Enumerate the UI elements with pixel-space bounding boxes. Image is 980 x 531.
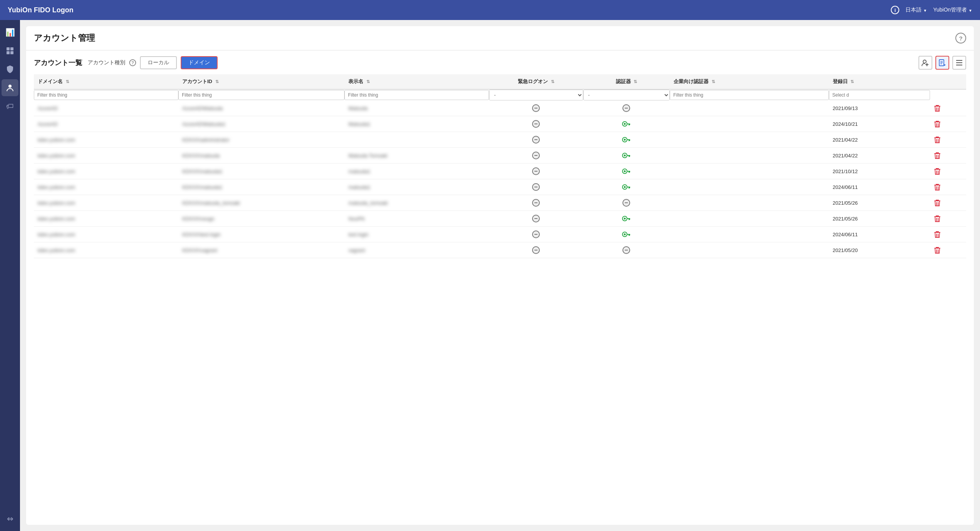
table-container: アカウント一覧 アカウント種別 ? ローカル ドメイン <box>26 50 974 525</box>
cell-enterprise-auth <box>670 179 829 195</box>
cell-reg-date: 2024/06/11 <box>829 227 930 242</box>
filter-input-account[interactable] <box>178 90 344 100</box>
cell-authenticator <box>583 179 670 195</box>
cell-domain: AzureAD <box>34 100 178 116</box>
cell-domain: AzureAD <box>34 116 178 132</box>
table-row: kdex.yubion.comKDXXX\matsuda1matsuda1 20… <box>34 164 966 179</box>
sort-icon-date[interactable]: ⇅ <box>850 79 854 84</box>
filter-select-auth[interactable]: - 有効 無効 <box>583 90 670 100</box>
delete-button[interactable] <box>934 199 941 207</box>
svg-point-29 <box>624 139 626 141</box>
filter-input-domain[interactable] <box>34 90 178 100</box>
toolbar-right <box>918 56 966 70</box>
cell-account-id: KDXXX\matsuda <box>178 148 344 164</box>
cell-enterprise-auth <box>670 116 829 132</box>
tab-local[interactable]: ローカル <box>140 56 177 69</box>
sidebar-item-chart[interactable]: 📊 <box>2 24 18 41</box>
cell-emergency <box>489 164 583 179</box>
filter-input-date[interactable] <box>829 90 930 100</box>
cell-emergency <box>489 100 583 116</box>
info-icon[interactable]: i <box>891 6 899 14</box>
language-selector[interactable]: 日本語 <box>905 7 927 13</box>
cell-authenticator <box>583 100 670 116</box>
emergency-status-icon <box>493 120 579 128</box>
cell-emergency <box>489 227 583 242</box>
delete-button[interactable] <box>934 167 941 175</box>
filter-cell-action <box>930 89 966 100</box>
sidebar-item-shield[interactable] <box>2 61 18 78</box>
delete-button[interactable] <box>934 215 941 222</box>
cell-account-id: KDXXX\nougn <box>178 211 344 227</box>
cell-action <box>930 100 966 116</box>
cell-emergency <box>489 116 583 132</box>
delete-button[interactable] <box>934 136 941 144</box>
account-type-help-icon[interactable]: ? <box>129 59 136 66</box>
table-row: kdex.yubion.comKDXXX\administrator 2021/… <box>34 132 966 148</box>
table-row: kdex.yubion.comKDXXX\vagrantvagrant 2021… <box>34 242 966 258</box>
menu-button[interactable] <box>952 56 966 70</box>
cell-emergency <box>489 211 583 227</box>
accounts-table: ドメイン名 ⇅ アカウントID ⇅ 表示名 ⇅ 緊急ログオン <box>34 74 966 258</box>
filter-cell-auth: - 有効 無効 <box>583 89 670 100</box>
cell-action <box>930 132 966 148</box>
sidebar-expand-icon[interactable]: ⇔ <box>2 510 18 527</box>
help-icon[interactable]: ? <box>955 33 966 43</box>
cell-domain: kdex.yubion.com <box>34 195 178 211</box>
delete-button[interactable] <box>934 104 941 112</box>
delete-button[interactable] <box>934 246 941 254</box>
add-user-button[interactable] <box>918 56 932 70</box>
svg-point-22 <box>624 123 626 125</box>
sidebar-item-tag[interactable]: 🏷 <box>2 98 18 115</box>
cell-account-id: KDXXX\matsuda1 <box>178 179 344 195</box>
sidebar-item-person[interactable] <box>2 79 18 96</box>
sidebar-item-dashboard[interactable] <box>2 42 18 59</box>
tab-domain[interactable]: ドメイン <box>181 56 218 69</box>
cell-emergency <box>489 242 583 258</box>
filter-select-emergency[interactable]: - 有効 無効 <box>489 90 583 100</box>
export-button[interactable] <box>935 56 949 70</box>
authenticator-dash-icon <box>587 246 666 254</box>
cell-account-id: KDXXX\administrator <box>178 132 344 148</box>
delete-button[interactable] <box>934 183 941 191</box>
col-header-date: 登録日 ⇅ <box>829 74 930 89</box>
filter-cell-account <box>178 89 344 100</box>
cell-emergency <box>489 179 583 195</box>
cell-domain: kdex.yubion.com <box>34 132 178 148</box>
delete-button[interactable] <box>934 120 941 128</box>
cell-account-id: KDXXX\test login <box>178 227 344 242</box>
table-row: kdex.yubion.comKDXXX\matsuda1matsuda1 20… <box>34 179 966 195</box>
emergency-status-icon <box>493 136 579 144</box>
cell-enterprise-auth <box>670 227 829 242</box>
authenticator-dash-icon <box>587 104 666 112</box>
sort-icon-auth[interactable]: ⇅ <box>634 79 637 84</box>
svg-point-36 <box>624 155 626 157</box>
filter-input-enterprise[interactable] <box>670 90 829 100</box>
sort-icon-domain[interactable]: ⇅ <box>66 79 69 84</box>
cell-display-name <box>344 132 489 148</box>
cell-authenticator <box>583 132 670 148</box>
account-type-group: アカウント種別 ? ローカル ドメイン <box>88 56 218 69</box>
cell-emergency <box>489 195 583 211</box>
cell-display-name: matsuda1 <box>344 164 489 179</box>
cell-display-name: Matsuda <box>344 100 489 116</box>
filter-cell-domain <box>34 89 178 100</box>
filter-cell-enterprise <box>670 89 829 100</box>
cell-action <box>930 179 966 195</box>
filter-input-display[interactable] <box>344 90 489 100</box>
sort-icon-enterprise[interactable]: ⇅ <box>712 79 715 84</box>
account-type-label: アカウント種別 <box>88 59 125 66</box>
table-row: kdex.yubion.comKDXXX\nougnNouPN 2021/05/… <box>34 211 966 227</box>
delete-button[interactable] <box>934 230 941 238</box>
delete-button[interactable] <box>934 152 941 159</box>
cell-enterprise-auth <box>670 164 829 179</box>
cell-display-name: NouPN <box>344 211 489 227</box>
user-menu[interactable]: YubiOn管理者 <box>933 7 972 13</box>
sort-icon-account[interactable]: ⇅ <box>215 79 219 84</box>
col-header-account: アカウントID ⇅ <box>178 74 344 89</box>
emergency-status-icon <box>493 152 579 159</box>
cell-enterprise-auth <box>670 148 829 164</box>
sort-icon-emergency[interactable]: ⇅ <box>551 79 554 84</box>
cell-reg-date: 2021/04/22 <box>829 132 930 148</box>
sort-icon-display[interactable]: ⇅ <box>366 79 370 84</box>
cell-account-id: KDXXX\matsuda_tomoaki <box>178 195 344 211</box>
